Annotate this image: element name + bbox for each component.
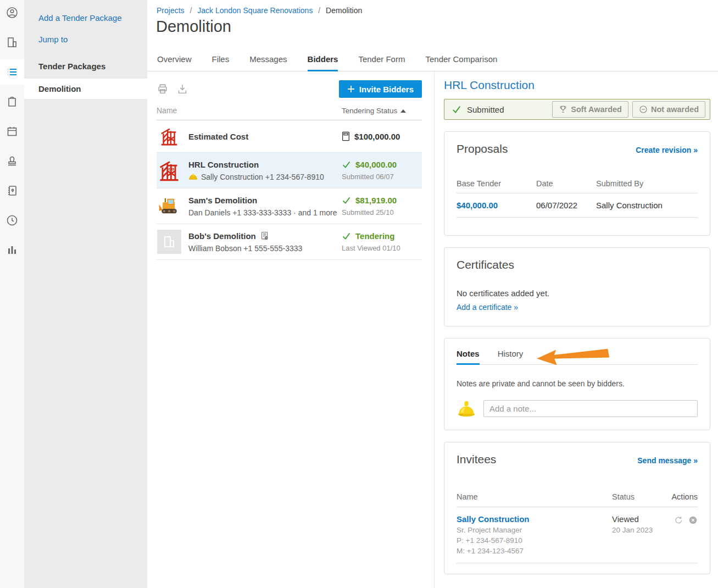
create-revision-link[interactable]: Create revision »: [636, 146, 698, 154]
rail-item-user[interactable]: [0, 0, 24, 25]
bidders-list-panel: Invite Bidders Name Tendering Status Est…: [157, 80, 422, 260]
not-awarded-button[interactable]: Not awarded: [632, 101, 705, 118]
certificates-title: Certificates: [457, 258, 514, 271]
rail-item-calendar[interactable]: [0, 119, 24, 144]
tab-bar: Overview Files Messages Bidders Tender F…: [147, 54, 718, 71]
proposal-base-tender-link[interactable]: $40,000.00: [457, 201, 536, 210]
bidder-name: Sam's Demolition: [188, 196, 342, 205]
app-window: Add a Tender Package Jump to Tender Pack…: [0, 0, 718, 588]
check-icon: [342, 160, 351, 169]
invite-bidders-label: Invite Bidders: [359, 85, 414, 94]
rail-item-clock[interactable]: [0, 208, 24, 233]
tab-bidders[interactable]: Bidders: [308, 54, 338, 71]
trophy-icon: [559, 105, 567, 114]
user-icon: [5, 6, 19, 19]
bidder-row-estimated-cost[interactable]: Estimated Cost $100,000.00: [157, 120, 422, 153]
rail-item-reports[interactable]: [0, 237, 24, 263]
sidebar: Add a Tender Package Jump to Tender Pack…: [24, 0, 147, 588]
proposal-row: $40,000.00 06/07/2022 Sally Construction: [457, 193, 698, 218]
proposals-title: Proposals: [457, 142, 508, 156]
calendar-icon: [5, 125, 19, 138]
company-logo-red-crane: [159, 126, 180, 147]
proposals-col-submitted-by: Submitted By: [596, 179, 698, 188]
bid-amount: $81,919.00: [342, 196, 422, 205]
rail-item-stamp[interactable]: [0, 148, 24, 174]
submitted-status-banner: Submitted Soft Awarded Not awarded: [444, 99, 710, 120]
invite-bidders-button[interactable]: Invite Bidders: [339, 80, 422, 98]
proposals-col-date: Date: [536, 179, 596, 188]
tab-tender-form[interactable]: Tender Form: [358, 54, 405, 71]
download-icon[interactable]: [176, 83, 188, 95]
rail-item-directory[interactable]: [0, 178, 24, 203]
jump-to-link[interactable]: Jump to: [24, 35, 147, 44]
estimated-cost-amount: $100,000.00: [342, 131, 422, 141]
breadcrumb-project-name[interactable]: Jack London Square Renovations: [197, 6, 313, 15]
bidder-contact: William Bobson +1 555-555-3333: [188, 244, 342, 253]
invitee-phone: P: +1 234-567-8910: [457, 536, 612, 545]
column-header-name: Name: [157, 106, 177, 115]
invitee-mobile: M: +1 234-123-4567: [457, 547, 612, 555]
breadcrumb-projects[interactable]: Projects: [157, 6, 185, 15]
column-header-tendering-status[interactable]: Tendering Status: [342, 107, 422, 115]
send-message-link[interactable]: Send message »: [637, 456, 698, 465]
breadcrumb-separator: /: [318, 6, 320, 15]
invitee-name-link[interactable]: Sally Construction: [457, 514, 612, 524]
bidder-contact: Dan Daniels +1 333-333-3333 · and 1 more: [188, 208, 342, 217]
tab-notes[interactable]: Notes: [457, 349, 480, 364]
bid-status-note: Submitted 06/07: [342, 173, 422, 181]
add-tender-package-link[interactable]: Add a Tender Package: [24, 13, 147, 23]
submitted-status-label: Submitted: [467, 105, 504, 114]
directory-icon: [5, 184, 19, 197]
rail-item-buildings[interactable]: [0, 30, 24, 55]
bidders-toolbar: Invite Bidders: [157, 80, 422, 98]
bidders-list-header: Name Tendering Status: [157, 98, 422, 120]
invitee-role: Sr. Project Manager: [457, 526, 612, 534]
invitees-col-status: Status: [612, 492, 669, 501]
breadcrumb-separator: /: [190, 6, 192, 15]
proposal-submitted-by: Sally Construction: [596, 201, 698, 210]
soft-awarded-button[interactable]: Soft Awarded: [552, 101, 628, 118]
invitees-title: Invitees: [457, 453, 496, 466]
page-title: Demolition: [156, 18, 231, 36]
plus-icon: [347, 85, 355, 93]
check-icon: [452, 104, 461, 114]
tab-files[interactable]: Files: [212, 54, 230, 71]
proposals-card: Proposals Create revision » Base Tender …: [444, 131, 710, 236]
check-icon: [342, 196, 351, 205]
invitees-col-actions: Actions: [669, 492, 698, 501]
tab-history[interactable]: History: [498, 349, 524, 364]
invitees-card: Invitees Send message » Name Status Acti…: [444, 442, 710, 574]
bid-amount: $40,000.00: [342, 160, 422, 169]
bidder-detail-panel: HRL Construction Submitted Soft Awarded …: [444, 79, 710, 574]
hard-hat-avatar: [457, 400, 476, 417]
bidder-name: Bob's Demolition: [188, 231, 342, 241]
bidder-name: Estimated Cost: [188, 132, 342, 141]
detail-company-title: HRL Construction: [444, 79, 710, 92]
panel-divider: [434, 72, 435, 588]
resend-invite-icon[interactable]: [674, 515, 683, 525]
rail-item-clipboard[interactable]: [0, 89, 24, 114]
add-note-input[interactable]: [483, 400, 698, 417]
certificate-document-icon[interactable]: [260, 231, 269, 241]
icon-rail: [0, 0, 24, 588]
rail-item-tender-list[interactable]: [0, 59, 24, 85]
stamp-icon: [5, 154, 19, 168]
tab-tender-comparison[interactable]: Tender Comparison: [425, 54, 497, 71]
add-certificate-link[interactable]: Add a certificate »: [457, 303, 698, 312]
bidder-row-bobs-demolition[interactable]: Bob's Demolition William Bobson +1 555-5…: [157, 224, 422, 260]
notes-privacy-text: Notes are private and cannot be seen by …: [457, 379, 698, 388]
bid-status-note: Last Viewed 01/10: [342, 244, 422, 252]
sidebar-item-demolition[interactable]: Demolition: [24, 79, 147, 99]
notes-tab-bar: Notes History: [457, 349, 698, 365]
sort-ascending-icon[interactable]: [400, 109, 406, 113]
tender-packages-section-title: Tender Packages: [24, 62, 147, 71]
tab-overview[interactable]: Overview: [157, 54, 192, 71]
company-logo-placeholder: [157, 230, 181, 254]
invitee-row: Sally Construction Sr. Project Manager P…: [457, 507, 698, 563]
remove-invitee-icon[interactable]: [688, 515, 698, 525]
building-placeholder-icon: [162, 235, 176, 249]
bidder-row-sams-demolition[interactable]: Sam's Demolition Dan Daniels +1 333-333-…: [157, 188, 422, 224]
print-icon[interactable]: [157, 83, 169, 95]
bidder-row-hrl-construction[interactable]: HRL Construction Sally Construction +1 2…: [157, 153, 422, 188]
tab-messages[interactable]: Messages: [249, 54, 287, 71]
